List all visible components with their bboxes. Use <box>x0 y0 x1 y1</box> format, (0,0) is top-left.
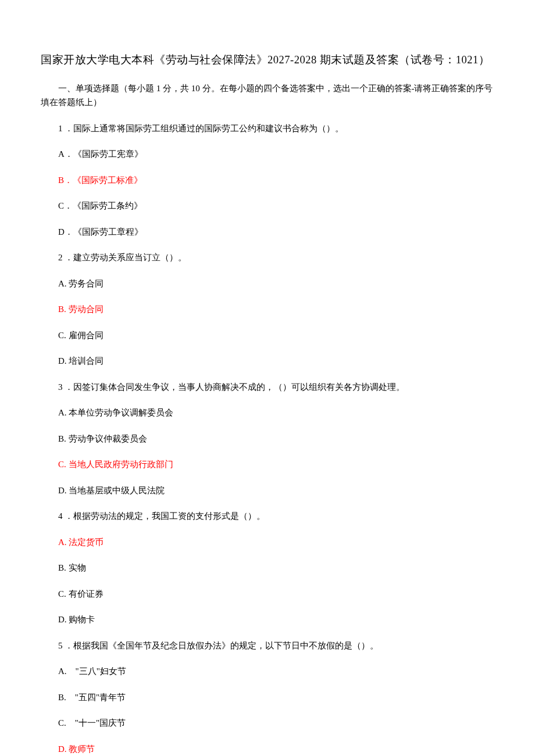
question-2-option-b: B. 劳动合同 <box>41 303 494 316</box>
document-title: 国家开放大学电大本科《劳动与社会保障法》2027-2028 期末试题及答案（试卷… <box>41 52 494 69</box>
question-3-option-a: A. 本单位劳动争议调解委员会 <box>41 406 494 420</box>
question-4-option-a: A. 法定货币 <box>41 536 494 549</box>
question-5-stem: 5 ．根据我国《全国年节及纪念日放假办法》的规定，以下节日中不放假的是（）。 <box>41 639 494 653</box>
question-2-option-c: C. 雇佣合同 <box>41 329 494 342</box>
question-3-option-b: B. 劳动争议仲裁委员会 <box>41 432 494 446</box>
question-5-option-a: A. "三八"妇女节 <box>41 665 494 678</box>
question-2-option-a: A. 劳务合同 <box>41 277 494 291</box>
question-4-stem: 4 ．根据劳动法的规定，我国工资的支付形式是（）。 <box>41 510 494 523</box>
question-5-option-d: D. 教师节 <box>41 743 494 756</box>
question-1-option-a: A．《国际劳工宪章》 <box>41 148 494 161</box>
question-5-option-b: B. "五四"青年节 <box>41 691 494 704</box>
question-5-option-c: C. "十一"国庆节 <box>41 716 494 730</box>
question-1-option-b: B．《国际劳工标准》 <box>41 174 494 187</box>
question-3-option-c: C. 当地人民政府劳动行政部门 <box>41 458 494 471</box>
question-4-option-c: C. 有价证券 <box>41 587 494 601</box>
question-1-option-d: D．《国际劳工章程》 <box>41 225 494 239</box>
question-3-stem: 3 ．因签订集体合同发生争议，当事人协商解决不成的，（）可以组织有关各方协调处理… <box>41 381 494 394</box>
question-2-stem: 2 ．建立劳动关系应当订立（）。 <box>41 251 494 264</box>
section-1-heading: 一、单项选择题（每小题 1 分，共 10 分。在每小题的四个备选答案中，选出一个… <box>41 81 494 109</box>
question-4-option-d: D. 购物卡 <box>41 613 494 626</box>
question-4-option-b: B. 实物 <box>41 561 494 575</box>
question-2-option-d: D. 培训合同 <box>41 354 494 368</box>
question-1-option-c: C．《国际劳工条约》 <box>41 199 494 213</box>
question-3-option-d: D. 当地基层或中级人民法院 <box>41 484 494 497</box>
question-1-stem: 1 ．国际上通常将国际劳工组织通过的国际劳工公约和建议书合称为（）。 <box>41 122 494 135</box>
